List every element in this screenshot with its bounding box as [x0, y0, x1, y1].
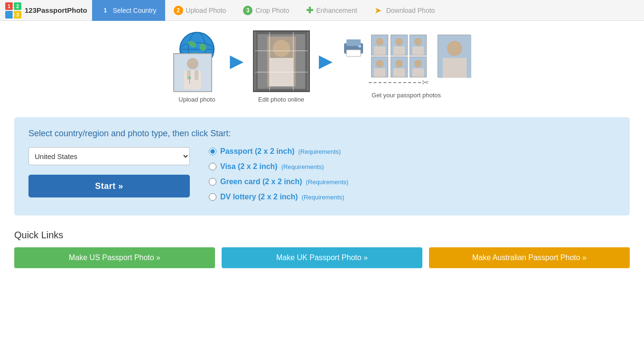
svg-text:2: 2 — [16, 4, 19, 9]
passport-req[interactable]: (Requirements) — [299, 148, 341, 155]
nav-step-download-photo[interactable]: ➤ Download Photo — [366, 0, 444, 21]
nav-step-crop-photo[interactable]: 3 Crop Photo — [234, 0, 298, 21]
country-select[interactable]: United States United Kingdom Australia C… — [28, 147, 190, 165]
svg-rect-33 — [393, 47, 405, 55]
svg-point-40 — [414, 60, 422, 67]
logo-text: 123PassportPhoto — [25, 6, 87, 14]
au-passport-btn[interactable]: Make Australian Passport Photo » — [429, 247, 630, 268]
visa-label[interactable]: Visa (2 x 2 inch) — [220, 162, 278, 171]
photo-cell-4 — [371, 56, 388, 77]
svg-text:3: 3 — [12, 12, 15, 18]
svg-point-20 — [273, 40, 290, 57]
svg-rect-41 — [412, 68, 424, 77]
passport-radio[interactable] — [209, 148, 216, 155]
upload-arrow-icon: ↑ — [187, 72, 193, 86]
selection-body: United States United Kingdom Australia C… — [28, 147, 616, 201]
radio-row-visa: Visa (2 x 2 inch) (Requirements) — [209, 162, 348, 171]
step3-badge: 3 — [243, 6, 252, 15]
step1-block: ↑ Upload photo — [173, 30, 221, 103]
photo-cell-2 — [391, 35, 408, 56]
svg-rect-29 — [358, 45, 361, 47]
left-column: United States United Kingdom Australia C… — [28, 147, 190, 197]
nav-step-upload-photo[interactable]: 2 Upload Photo — [165, 0, 235, 21]
svg-rect-39 — [393, 68, 405, 77]
step5-label: Download Photo — [386, 7, 435, 14]
quick-links-section: Quick Links Make US Passport Photo » Mak… — [14, 230, 630, 268]
step3-illustration-label: Get your passport photos — [372, 92, 441, 99]
radio-row-greencard: Green card (2 x 2 inch) (Requirements) — [209, 178, 348, 186]
person-card — [173, 53, 212, 92]
photo-types: Passport (2 x 2 inch) (Requirements) Vis… — [209, 147, 348, 201]
us-passport-btn[interactable]: Make US Passport Photo » — [14, 247, 215, 268]
visa-radio[interactable] — [209, 163, 216, 170]
scissors-row: ✂ — [369, 77, 429, 88]
logo-area[interactable]: 1 3 1 2 3 123PassportPhoto — [5, 2, 87, 19]
quick-links-title: Quick Links — [14, 230, 630, 241]
svg-rect-35 — [412, 47, 424, 55]
step2-label: Upload Photo — [186, 7, 226, 14]
svg-rect-37 — [374, 68, 385, 77]
svg-text:3: 3 — [16, 12, 19, 18]
header: 1 3 1 2 3 123PassportPhoto 1 Select Coun… — [0, 0, 644, 21]
passport-result-illustration: ✂ — [342, 35, 471, 88]
photo-cell-3 — [410, 35, 427, 56]
logo-icon: 1 3 1 2 3 — [5, 2, 22, 19]
steps-illustration: ↑ Upload photo ► — [14, 30, 630, 103]
step4-label: Enhancement — [316, 7, 357, 14]
plus-icon: ✚ — [306, 5, 313, 16]
svg-rect-16 — [195, 70, 198, 80]
svg-text:1: 1 — [8, 4, 10, 9]
person-silhouette — [178, 55, 207, 91]
nav-step-select-country[interactable]: 1 Select Country — [92, 0, 165, 21]
arrow-icon: ➤ — [374, 5, 382, 16]
selection-title: Select country/region and photo type, th… — [28, 129, 616, 139]
main-content: ↑ Upload photo ► — [0, 21, 644, 287]
upload-illustration: ↑ — [173, 30, 221, 92]
dashed-cut-line — [369, 82, 421, 83]
greencard-radio[interactable] — [209, 178, 216, 186]
start-button[interactable]: Start » — [28, 175, 190, 197]
dv-req[interactable]: (Requirements) — [302, 194, 345, 201]
dv-radio[interactable] — [209, 193, 216, 201]
step1-illustration-label: Upload photo — [178, 96, 215, 103]
step3-label: Crop Photo — [255, 7, 289, 14]
svg-point-36 — [376, 60, 383, 67]
photos-column: ✂ — [371, 35, 429, 88]
step2-block: Edit photo online — [253, 30, 310, 103]
passport-label[interactable]: Passport (2 x 2 inch) — [220, 147, 295, 156]
step1-label: Select Country — [113, 7, 157, 14]
step2-badge: 2 — [174, 6, 183, 15]
svg-rect-27 — [346, 39, 361, 46]
step3-block: ✂ Get your passport photos — [342, 35, 471, 99]
single-photo-area — [438, 35, 471, 77]
svg-point-13 — [187, 58, 198, 69]
single-photo-svg — [438, 35, 471, 78]
greencard-label[interactable]: Green card (2 x 2 inch) — [220, 178, 302, 186]
uk-passport-btn[interactable]: Make UK Passport Photo » — [222, 247, 422, 268]
svg-text:1: 1 — [12, 4, 15, 9]
edit-photo-svg — [255, 32, 308, 91]
printer-area — [342, 35, 365, 68]
svg-rect-44 — [443, 58, 467, 78]
step1-badge: 1 — [101, 6, 110, 15]
svg-rect-31 — [374, 47, 385, 55]
quick-links-row: Make US Passport Photo » Make UK Passpor… — [14, 247, 630, 268]
selection-panel: Select country/region and photo type, th… — [14, 117, 630, 215]
photo-cell-1 — [371, 35, 388, 56]
svg-point-34 — [414, 38, 422, 46]
printer-icon — [342, 35, 365, 58]
svg-rect-28 — [346, 50, 361, 56]
svg-point-30 — [376, 38, 383, 46]
svg-point-43 — [447, 41, 462, 56]
dv-label[interactable]: DV lottery (2 x 2 inch) — [220, 193, 298, 201]
photo-cell-6 — [410, 56, 427, 77]
photo-grid — [371, 35, 428, 77]
greencard-req[interactable]: (Requirements) — [306, 178, 349, 186]
step2-illustration-label: Edit photo online — [258, 96, 304, 103]
nav-step-enhancement[interactable]: ✚ Enhancement — [298, 0, 365, 21]
svg-point-32 — [395, 38, 403, 46]
photo-cell-5 — [391, 56, 408, 77]
edit-illustration — [253, 30, 310, 92]
radio-row-dv: DV lottery (2 x 2 inch) (Requirements) — [209, 193, 348, 201]
visa-req[interactable]: (Requirements) — [281, 163, 324, 170]
